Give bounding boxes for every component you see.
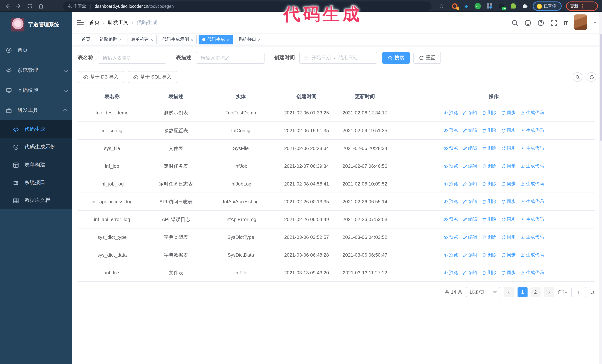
row-action-编辑[interactable]: 编辑 xyxy=(463,109,477,116)
row-action-生成代码[interactable]: 生成代码 xyxy=(520,109,544,116)
view-tab-首页[interactable]: 首页 xyxy=(78,35,94,44)
row-action-生成代码[interactable]: 生成代码 xyxy=(520,163,544,170)
view-tab-系统接口[interactable]: 系统接口 × xyxy=(235,35,264,44)
breadcrumb-tools[interactable]: 研发工具 xyxy=(108,19,129,26)
close-tab-icon[interactable]: × xyxy=(119,37,122,42)
scrollbar-thumb[interactable] xyxy=(600,34,602,141)
user-avatar[interactable] xyxy=(574,14,587,30)
row-action-预览[interactable]: 预览 xyxy=(443,198,458,205)
close-tab-icon[interactable]: × xyxy=(191,37,193,42)
row-action-删除[interactable]: 删除 xyxy=(482,251,496,259)
sidebar-subitem-代码生成[interactable]: 代码生成 xyxy=(0,120,72,138)
fullscreen-icon[interactable] xyxy=(550,20,557,26)
toggle-search-icon[interactable] xyxy=(573,72,582,82)
row-action-同步[interactable]: 同步 xyxy=(501,216,516,223)
table-desc-input[interactable] xyxy=(196,52,265,64)
row-action-生成代码[interactable]: 生成代码 xyxy=(520,127,544,134)
home-icon[interactable] xyxy=(36,1,45,10)
row-action-同步[interactable]: 同步 xyxy=(501,234,516,241)
row-action-预览[interactable]: 预览 xyxy=(443,251,458,259)
date-range-picker[interactable]: 开始日期 - 结束日期 xyxy=(299,52,377,64)
row-action-生成代码[interactable]: 生成代码 xyxy=(520,180,544,187)
import-sql-button[interactable]: 基于 SQL 导入 xyxy=(128,71,177,83)
user-menu-caret-icon[interactable] xyxy=(593,22,597,26)
extension-grid-icon[interactable] xyxy=(485,2,494,10)
close-tab-icon[interactable]: × xyxy=(258,37,261,42)
row-action-预览[interactable]: 预览 xyxy=(443,163,458,170)
row-action-编辑[interactable]: 编辑 xyxy=(463,127,477,134)
row-action-同步[interactable]: 同步 xyxy=(501,180,516,187)
row-action-同步[interactable]: 同步 xyxy=(501,145,516,152)
close-tab-icon[interactable]: × xyxy=(227,37,229,42)
sidebar-item-系统管理[interactable]: 系统管理 xyxy=(0,60,72,80)
font-size-icon[interactable]: tT xyxy=(563,20,568,26)
breadcrumb-home[interactable]: 首页 xyxy=(89,19,100,26)
row-action-编辑[interactable]: 编辑 xyxy=(463,198,477,205)
row-action-删除[interactable]: 删除 xyxy=(482,180,496,187)
row-action-删除[interactable]: 删除 xyxy=(482,145,496,152)
prev-page-button[interactable]: ‹ xyxy=(504,287,514,297)
extensions-puzzle-icon[interactable] xyxy=(521,2,529,10)
paused-extension-pill[interactable]: 已暂停 xyxy=(533,1,562,11)
back-icon[interactable] xyxy=(3,1,12,10)
app-logo-row[interactable]: 芋道管理系统 xyxy=(0,12,72,37)
bookmark-star-icon[interactable]: ☆ xyxy=(438,2,446,10)
extension-green-check-icon[interactable]: ✓ xyxy=(473,2,482,10)
row-action-删除[interactable]: 删除 xyxy=(482,234,496,241)
page-scrollbar[interactable] xyxy=(599,12,602,364)
sidebar-item-首页[interactable]: 首页 xyxy=(0,40,72,60)
hamburger-icon[interactable] xyxy=(77,19,84,26)
row-action-删除[interactable]: 删除 xyxy=(482,109,496,116)
update-browser-pill[interactable]: 更新 xyxy=(566,1,598,11)
sidebar-item-基础设施[interactable]: 基础设施 xyxy=(0,80,72,100)
help-icon[interactable] xyxy=(538,20,544,26)
page-size-select[interactable]: 10条/页 xyxy=(466,287,500,297)
row-action-编辑[interactable]: 编辑 xyxy=(463,180,477,187)
row-action-编辑[interactable]: 编辑 xyxy=(463,145,477,152)
row-action-编辑[interactable]: 编辑 xyxy=(463,269,477,276)
row-action-预览[interactable]: 预览 xyxy=(443,127,458,134)
row-action-编辑[interactable]: 编辑 xyxy=(463,163,477,170)
extension-on-icon[interactable]: on xyxy=(497,2,505,10)
goto-page-input[interactable] xyxy=(571,287,586,297)
row-action-预览[interactable]: 预览 xyxy=(443,109,458,116)
row-action-删除[interactable]: 删除 xyxy=(482,216,496,223)
page-button-2[interactable]: 2 xyxy=(530,287,540,297)
reset-button[interactable]: 重置 xyxy=(413,52,441,64)
sidebar-subitem-数据库文档[interactable]: 数据库文档 xyxy=(0,191,72,209)
forward-icon[interactable] xyxy=(14,1,23,10)
row-action-预览[interactable]: 预览 xyxy=(443,269,458,276)
row-action-删除[interactable]: 删除 xyxy=(482,127,496,134)
row-action-同步[interactable]: 同步 xyxy=(501,269,516,276)
view-tab-代码生成示例[interactable]: 代码生成示例 × xyxy=(159,35,197,44)
sidebar-subitem-表单构建[interactable]: 表单构建 xyxy=(0,156,72,174)
row-action-编辑[interactable]: 编辑 xyxy=(463,234,477,241)
row-action-生成代码[interactable]: 生成代码 xyxy=(520,251,544,259)
page-button-1[interactable]: 1 xyxy=(517,287,527,297)
row-action-预览[interactable]: 预览 xyxy=(443,234,458,241)
security-warning[interactable]: 不安全 xyxy=(67,3,86,9)
reload-icon[interactable] xyxy=(25,1,34,10)
row-action-预览[interactable]: 预览 xyxy=(443,216,458,223)
row-action-同步[interactable]: 同步 xyxy=(501,127,516,134)
row-action-生成代码[interactable]: 生成代码 xyxy=(520,198,544,205)
refresh-table-icon[interactable] xyxy=(587,72,596,82)
close-tab-icon[interactable]: × xyxy=(150,37,153,42)
search-button[interactable]: 搜索 xyxy=(382,52,410,64)
sidebar-item-研发工具[interactable]: 研发工具 xyxy=(0,100,72,120)
row-action-删除[interactable]: 删除 xyxy=(482,198,496,205)
extension-orange-icon[interactable]: 1 xyxy=(451,2,459,10)
view-tab-代码生成[interactable]: 代码生成 × xyxy=(199,35,233,44)
next-page-button[interactable]: › xyxy=(544,287,554,297)
row-action-删除[interactable]: 删除 xyxy=(482,269,496,276)
row-action-同步[interactable]: 同步 xyxy=(501,198,516,205)
header-search-icon[interactable] xyxy=(512,20,518,26)
sidebar-subitem-系统接口[interactable]: 系统接口 xyxy=(0,174,72,191)
row-action-生成代码[interactable]: 生成代码 xyxy=(520,145,544,152)
row-action-删除[interactable]: 删除 xyxy=(482,163,496,170)
row-action-预览[interactable]: 预览 xyxy=(443,180,458,187)
import-db-button[interactable]: 基于 DB 导入 xyxy=(78,71,124,83)
row-action-同步[interactable]: 同步 xyxy=(501,109,516,116)
sidebar-subitem-代码生成示例[interactable]: 代码生成示例 xyxy=(0,138,72,156)
row-action-生成代码[interactable]: 生成代码 xyxy=(520,269,544,276)
